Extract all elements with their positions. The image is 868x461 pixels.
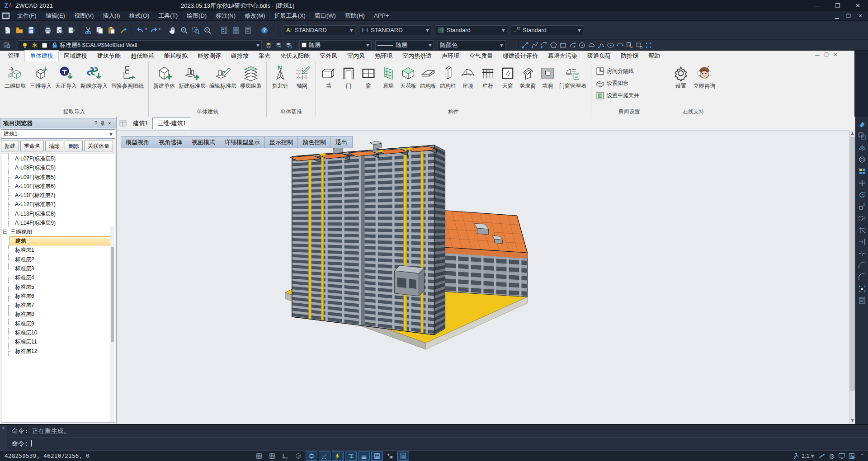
status-toggle[interactable]	[371, 452, 383, 461]
tree-item-floorplan[interactable]: A-L11F(标准层7)	[1, 191, 115, 200]
viewport-toolbar-button[interactable]: 模型视角	[121, 136, 154, 148]
draw-tool-icon[interactable]	[558, 40, 568, 50]
tree-item-floor[interactable]: 标准层3	[1, 264, 115, 273]
menu-item[interactable]: 标注(N)	[211, 11, 240, 21]
ribbon-button[interactable]: 结构柱	[438, 63, 458, 90]
ribbon-button[interactable]: 二维提取	[3, 63, 28, 90]
ribbon-button[interactable]: 墙洞	[538, 63, 557, 90]
ribbon-button[interactable]: 幕墙	[378, 63, 398, 90]
ribbon-button[interactable]: 新建标准层	[177, 63, 208, 90]
tree-node-3d-views[interactable]: − 三维视图	[1, 227, 115, 236]
consult-button[interactable]: 立即咨询	[692, 63, 717, 90]
panel-help-icon[interactable]: ?	[92, 120, 99, 127]
tree-item-floor[interactable]: 标准层9	[1, 319, 115, 328]
toolbar-icon[interactable]	[118, 24, 129, 36]
menu-item[interactable]: 绘图(D)	[182, 11, 211, 21]
ribbon-tab[interactable]: 室内风	[342, 51, 370, 61]
menu-item[interactable]: 文件(F)	[13, 11, 41, 21]
minimize-button[interactable]: —	[807, 0, 827, 11]
layer-tool-icon[interactable]	[274, 41, 283, 50]
toolbar-icon[interactable]	[166, 24, 178, 36]
modify-tool-icon[interactable]	[857, 225, 867, 235]
ribbon-button[interactable]: 楼层组装	[238, 63, 264, 90]
plotstyle-combo[interactable]: 随颜色▼	[438, 40, 505, 50]
ribbon-tab[interactable]: 超低能耗	[126, 51, 159, 61]
modify-tool-icon[interactable]	[857, 202, 867, 212]
palette-icon[interactable]	[242, 24, 254, 36]
ribbon-button[interactable]: 编辑标准层	[208, 63, 238, 90]
draw-tool-icon[interactable]	[606, 40, 615, 50]
tree-item-floor[interactable]: 标准层12	[1, 347, 115, 356]
tree-item-floor[interactable]: 标准层2	[1, 255, 115, 264]
ribbon-tab[interactable]: 室内热舒适	[397, 51, 437, 61]
style-combo[interactable]: ASTANDARD▼	[283, 25, 355, 35]
ribbon-tab[interactable]: 区域建模	[59, 51, 92, 61]
layer-combo[interactable]: 标准层6 $GALP$MdlBud Wall▼	[18, 40, 262, 50]
menu-item[interactable]: 帮助(H)	[340, 11, 369, 21]
tree-item-building-selected[interactable]: 建筑	[9, 236, 113, 245]
tab-3d-building1[interactable]: 三维-建筑1	[152, 118, 191, 129]
undo-redo-icon[interactable]	[134, 24, 146, 36]
viewport-toolbar-button[interactable]: 视角选择	[154, 136, 187, 148]
panel-pin-icon[interactable]	[99, 120, 106, 127]
draw-tool-icon[interactable]	[625, 40, 634, 50]
ribbon-tab[interactable]: 绿建设计评价	[498, 51, 543, 61]
ribbon-tab[interactable]: 采光	[254, 51, 275, 61]
ribbon-button[interactable]: 窗	[359, 63, 378, 90]
modify-tool-icon[interactable]	[857, 178, 867, 188]
menu-item[interactable]: 格式(O)	[125, 11, 154, 21]
ribbon-tab[interactable]: 热环境	[370, 51, 397, 61]
tree-item-floorplan[interactable]: A-L13F(标准层8)	[1, 209, 115, 218]
viewport-toolbar-button[interactable]: 视图模式	[187, 136, 220, 148]
scroll-up-icon[interactable]: ▲	[849, 130, 855, 136]
draw-tool-icon[interactable]	[596, 40, 606, 50]
tree-item-floor[interactable]: 标准层4	[1, 273, 115, 282]
ribbon-button[interactable]: 天窗	[498, 63, 518, 90]
draw-tool-icon[interactable]	[644, 40, 653, 50]
ribbon-close-icon[interactable]: ✕	[831, 52, 840, 58]
modify-tool-icon[interactable]	[857, 131, 867, 141]
toolbar-icon[interactable]	[14, 24, 25, 36]
draw-tool-icon[interactable]	[587, 40, 596, 50]
modify-tool-icon[interactable]	[857, 119, 867, 129]
modify-tool-icon[interactable]	[857, 166, 867, 176]
status-toggle[interactable]	[266, 452, 278, 461]
collapse-icon[interactable]: −	[3, 230, 7, 234]
toolbar-icon[interactable]	[25, 24, 37, 36]
draw-tool-icon[interactable]	[568, 40, 577, 50]
command-window[interactable]: ✕ 命令: 正在重生成。 命令:	[0, 424, 868, 450]
ribbon-button[interactable]: 门	[339, 63, 359, 90]
menu-item[interactable]: 编辑(E)	[41, 11, 70, 21]
modify-tool-icon[interactable]	[857, 284, 867, 294]
palette-icon[interactable]	[218, 24, 230, 36]
ribbon-button[interactable]: 门窗管理器	[557, 63, 588, 90]
draw-tool-icon[interactable]	[615, 40, 625, 50]
draw-tool-icon[interactable]	[577, 40, 587, 50]
viewport-toolbar-button[interactable]: 退出	[331, 136, 352, 148]
modify-tool-icon[interactable]	[857, 249, 867, 259]
modify-tool-icon[interactable]	[857, 190, 867, 200]
settings-button[interactable]: 设置	[670, 63, 692, 90]
ribbon-button[interactable]: 替换参照图纸	[109, 63, 146, 90]
draw-tool-icon[interactable]	[539, 40, 549, 50]
tree-item-floor[interactable]: 标准层6	[1, 292, 115, 301]
style-combo[interactable]: Standard▼	[435, 25, 507, 35]
viewport-scrollbar[interactable]: ▲ ▼	[849, 130, 855, 424]
ribbon-button[interactable]: 斯维尔导入	[79, 63, 109, 90]
help-icon[interactable]: ?	[259, 24, 270, 36]
tree-item-floorplan[interactable]: A-L07F(标准层5)	[1, 154, 115, 163]
toolbar-icon[interactable]	[202, 24, 213, 36]
layer-state-icon[interactable]	[20, 41, 30, 50]
tree-item-floorplan[interactable]: A-L09F(标准层5)	[1, 173, 115, 182]
command-prompt[interactable]: 命令:	[12, 440, 32, 448]
status-toggle[interactable]	[306, 452, 317, 461]
toolbar-icon[interactable]	[94, 24, 106, 36]
tree-item-floor[interactable]: 标准层11	[1, 337, 115, 346]
ribbon-tab[interactable]: 能效测评	[193, 51, 226, 61]
status-toggle[interactable]	[332, 452, 344, 461]
ribbon-button[interactable]: 三维导入	[28, 63, 53, 90]
maximize-button[interactable]: ❐	[827, 0, 848, 11]
ribbon-button[interactable]: 墙	[319, 63, 339, 90]
color-combo[interactable]: 随层▼	[299, 40, 372, 50]
status-toggle[interactable]	[319, 452, 330, 461]
